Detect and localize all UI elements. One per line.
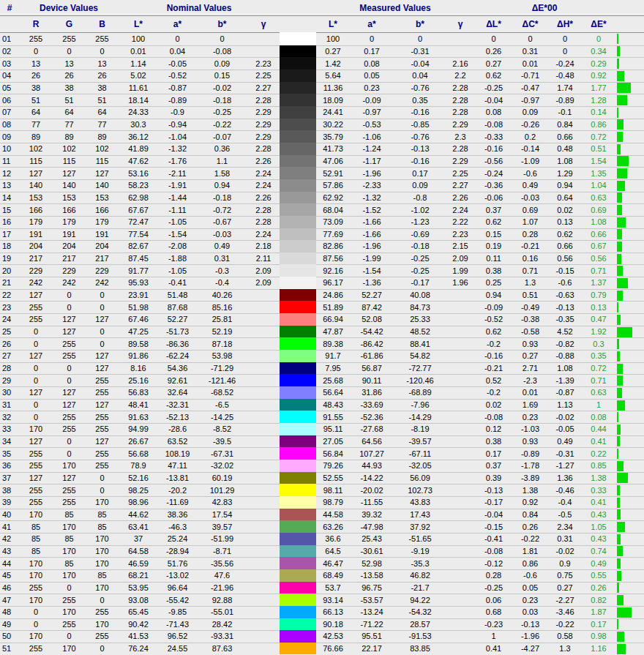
delta-l: -0.25 (474, 584, 513, 592)
table-row-15[interactable]: 1516616616667.67-1.11-0.722.2868.04-1.52… (0, 203, 644, 216)
table-row-11[interactable]: 1111511511547.62-1.761.12.2647.06-1.17-0… (0, 155, 644, 168)
table-row-03[interactable]: 031313131.14-0.050.092.231.420.08-0.042.… (0, 57, 644, 70)
row-number: 33 (0, 425, 19, 433)
table-row-24[interactable]: 2425512712767.4652.2725.8166.9452.0825.3… (0, 313, 644, 326)
table-row-48[interactable]: 48017025565.45-9.85-55.0166.13-13.24-54.… (0, 606, 644, 618)
delta-h: 0.58 (547, 632, 583, 640)
nominal-b: 53.98 (197, 352, 247, 360)
nominal-b: 0.31 (197, 255, 247, 263)
table-row-45[interactable]: 451701708568.21-13.0247.668.49-13.5846.8… (0, 569, 644, 582)
delta-c: 0.93 (513, 438, 547, 446)
col-header-device-b: B (86, 20, 119, 29)
delta-e: 0.69 (583, 206, 615, 214)
delta-e: 1.08 (583, 218, 615, 226)
delta-l: -0.08 (474, 547, 513, 555)
table-row-28[interactable]: 28001278.1654.36-71.297.9556.87-72.77-0.… (0, 362, 644, 375)
table-row-35[interactable]: 35255025556.68108.19-67.3156.84107.27-67… (0, 447, 644, 460)
nominal-l: 91.86 (119, 352, 158, 360)
delta-e-bar-cell (615, 143, 644, 155)
table-row-19[interactable]: 1921721721787.45-1.880.312.1187.56-1.99-… (0, 252, 644, 265)
table-row-20[interactable]: 2022922922991.77-1.05-0.32.0992.16-1.54-… (0, 264, 644, 277)
device-r: 255 (19, 35, 53, 43)
table-row-25[interactable]: 250127047.25-51.7352.1947.87-54.4248.520… (0, 326, 644, 338)
table-row-09[interactable]: 0989898936.12-1.04-0.072.2935.79-1.06-0.… (0, 130, 644, 143)
table-row-30[interactable]: 3012712725556.8332.64-68.5256.6431.86-68… (0, 386, 644, 399)
col-header-delta-e: ΔE* (583, 20, 615, 29)
table-row-46[interactable]: 46255017053.9596.64-21.9653.796.75-21.7-… (0, 582, 644, 594)
table-row-33[interactable]: 3317025525594.99-28.6-8.5295.11-27.68-8.… (0, 423, 644, 435)
delta-e-bar (617, 119, 624, 130)
table-row-27[interactable]: 2712725512791.86-62.2453.9891.7-61.8654.… (0, 350, 644, 362)
table-row-05[interactable]: 0538383811.61-0.87-0.022.2711.360.23-0.7… (0, 82, 644, 94)
device-g: 255 (53, 621, 86, 629)
nominal-a: -20.2 (158, 487, 197, 495)
table-row-17[interactable]: 1719119119177.54-1.54-0.032.2477.69-1.66… (0, 228, 644, 241)
table-row-36[interactable]: 3625517025578.947.11-32.0279.2644.93-32.… (0, 460, 644, 472)
delta-e: 0.14 (583, 108, 615, 116)
delta-e-bar-cell (615, 314, 644, 326)
measured-l: 87.56 (316, 255, 350, 263)
color-swatch (280, 643, 316, 655)
delta-c: 0.92 (513, 498, 547, 506)
row-number: 35 (0, 450, 19, 458)
nominal-a: -2.11 (158, 170, 197, 178)
table-row-47[interactable]: 47170255093.08-55.4292.8893.14-53.5794.2… (0, 594, 644, 606)
table-row-32[interactable]: 32025525591.63-52.13-14.2591.55-52.36-14… (0, 411, 644, 423)
table-row-01[interactable]: 0125525525510000100000000 (0, 33, 644, 45)
nominal-gamma: 2.09 (247, 267, 280, 275)
table-row-07[interactable]: 0764646424.33-0.9-0.252.2924.41-0.97-0.1… (0, 106, 644, 119)
nominal-l: 48.41 (119, 401, 158, 409)
table-row-49[interactable]: 49025517090.42-71.4328.4290.18-71.2228.5… (0, 618, 644, 631)
table-row-22[interactable]: 221270023.9151.4840.2624.8652.2740.080.9… (0, 289, 644, 302)
measurement-table: # Device Values Nominal Values Measured … (0, 0, 644, 654)
table-row-34[interactable]: 34127012726.6763.52-39.527.0564.56-39.57… (0, 435, 644, 448)
table-row-10[interactable]: 1010210210241.89-1.320.362.2841.73-1.24-… (0, 143, 644, 155)
table-row-38[interactable]: 38255255098.25-20.2101.2998.11-20.02102.… (0, 484, 644, 496)
device-r: 217 (19, 255, 53, 263)
measured-a: -33.69 (350, 401, 394, 409)
nominal-l: 47.25 (119, 328, 158, 336)
delta-e-bar (617, 473, 628, 483)
table-row-31[interactable]: 31012712748.41-32.31-6.548.43-33.69-7.96… (0, 399, 644, 411)
table-row-13[interactable]: 1314014014058.23-1.910.942.2457.86-2.330… (0, 179, 644, 192)
measured-l: 46.47 (316, 560, 350, 568)
table-row-44[interactable]: 441708517046.5951.76-35.5646.4752.98-35.… (0, 557, 644, 569)
delta-e-bar-cell (615, 326, 644, 338)
table-row-06[interactable]: 0651515118.14-0.89-0.182.2818.09-0.090.3… (0, 94, 644, 106)
delta-e-bar (617, 205, 622, 215)
table-row-04[interactable]: 042626265.02-0.520.152.255.640.050.042.2… (0, 70, 644, 82)
table-row-12[interactable]: 1212712712753.16-2.111.582.2452.91-1.960… (0, 167, 644, 179)
measured-b: 40.08 (394, 291, 446, 299)
table-row-08[interactable]: 0877777730.3-0.94-0.222.2930.22-0.53-0.8… (0, 119, 644, 131)
device-b: 0 (86, 328, 119, 336)
table-row-14[interactable]: 1415315315362.98-1.44-0.182.2662.92-1.32… (0, 192, 644, 204)
device-r: 13 (19, 60, 53, 68)
device-r: 51 (19, 97, 53, 105)
device-r: 0 (19, 608, 53, 616)
table-row-29[interactable]: 290025525.1692.61-121.4625.6890.11-120.4… (0, 374, 644, 386)
table-row-26[interactable]: 260255089.58-86.3687.1889.38-86.4288.41-… (0, 337, 644, 350)
table-row-02[interactable]: 020000.010.04-0.080.270.17-0.310.260.310… (0, 45, 644, 58)
table-row-42[interactable]: 4285851703725.24-51.9936.625.43-51.65-0.… (0, 533, 644, 545)
nominal-a: -13.02 (158, 572, 197, 580)
table-row-23[interactable]: 232550051.9887.6885.1651.8987.4284.73-0.… (0, 301, 644, 313)
device-r: 77 (19, 121, 53, 129)
table-row-18[interactable]: 1820420420482.67-2.080.492.1882.86-1.96-… (0, 240, 644, 252)
delta-e: 1.04 (583, 181, 615, 190)
table-row-43[interactable]: 438517017064.58-28.94-8.7164.5-30.61-9.1… (0, 545, 644, 558)
nominal-a: 63.52 (158, 438, 197, 446)
table-row-51[interactable]: 51255170076.2424.5587.6376.6622.1783.850… (0, 643, 644, 655)
col-header-nominal-gamma: γ (247, 20, 280, 29)
delta-l: -0.06 (474, 194, 513, 202)
device-g: 0 (53, 584, 86, 592)
table-row-50[interactable]: 50170025541.5396.52-93.3142.5395.51-91.5… (0, 630, 644, 643)
table-row-37[interactable]: 37127127052.16-13.8160.1952.55-14.2256.0… (0, 472, 644, 484)
delta-l: -0.16 (474, 145, 513, 153)
nominal-gamma: 2.25 (247, 72, 280, 80)
table-row-39[interactable]: 3925525517098.96-11.6942.8398.79-11.5543… (0, 496, 644, 509)
table-row-21[interactable]: 2124224224295.93-0.41-0.42.0996.17-1.36-… (0, 277, 644, 289)
delta-l: -0.36 (474, 181, 513, 190)
table-row-16[interactable]: 1617917917972.47-1.05-0.672.2873.09-1.66… (0, 216, 644, 228)
table-row-40[interactable]: 40170858544.6238.3617.5444.5839.3217.43-… (0, 509, 644, 521)
table-row-41[interactable]: 41851708563.41-46.339.5763.26-47.9837.92… (0, 520, 644, 533)
